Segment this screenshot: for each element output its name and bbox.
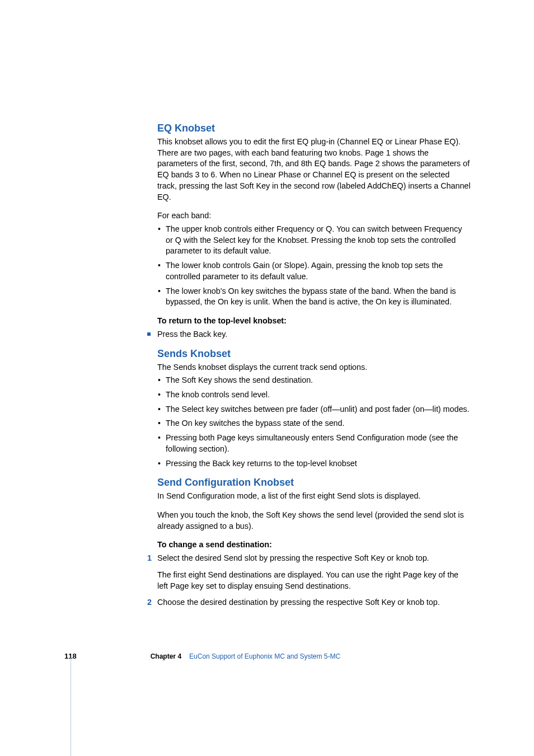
list-item: The upper knob controls either Frequency… <box>157 224 471 257</box>
step-number: 2 <box>147 597 152 608</box>
list-item: Pressing the Back key returns to the top… <box>157 458 471 469</box>
paragraph: In Send Configuration mode, a list of th… <box>157 491 471 502</box>
paragraph: The first eight Send destinations are di… <box>157 570 471 591</box>
heading-send-config-knobset: Send Configuration Knobset <box>157 477 471 489</box>
chapter-title: EuCon Support of Euphonix MC and System … <box>189 652 340 660</box>
step-number: 1 <box>147 553 152 564</box>
bullet-list: The Soft Key shows the send destination.… <box>157 375 471 469</box>
page-footer: 118 Chapter 4 EuCon Support of Euphonix … <box>64 652 467 660</box>
bullet-list: The upper knob controls either Frequency… <box>157 224 471 308</box>
step-text: Choose the desired destination by pressi… <box>157 598 440 607</box>
numbered-step: 2 Choose the desired destination by pres… <box>147 597 471 608</box>
square-bullet-icon <box>147 332 151 336</box>
list-item: The lower knob controls Gain (or Slope).… <box>157 260 471 282</box>
list-item: The knob controls send level. <box>157 389 471 401</box>
list-item: The lower knob's On key switches the byp… <box>157 286 471 308</box>
decorative-side-line <box>71 658 71 756</box>
list-item: The Select key switches between pre fade… <box>157 404 471 415</box>
paragraph: When you touch the knob, the Soft Key sh… <box>157 510 471 532</box>
list-item-text: Press the Back key. <box>157 330 227 339</box>
paragraph: For each band: <box>157 210 471 222</box>
paragraph: This knobset allows you to edit the firs… <box>157 137 471 203</box>
bold-label: To change a send destination: <box>157 539 471 551</box>
square-bullet-item: Press the Back key. <box>148 329 471 340</box>
heading-sends-knobset: Sends Knobset <box>157 348 471 360</box>
heading-eq-knobset: EQ Knobset <box>157 123 471 134</box>
list-item: The On key switches the bypass state of … <box>157 418 471 429</box>
numbered-step: 1 Select the desired Send slot by pressi… <box>147 553 471 564</box>
step-text: Select the desired Send slot by pressing… <box>157 553 429 562</box>
paragraph: The Sends knobset displays the current t… <box>157 362 471 373</box>
bold-label: To return to the top-level knobset: <box>157 316 471 327</box>
chapter-label: Chapter 4 <box>151 652 181 660</box>
page-content: EQ Knobset This knobset allows you to ed… <box>157 116 471 614</box>
list-item: The Soft Key shows the send destination. <box>157 375 471 386</box>
list-item: Pressing both Page keys simultaneously e… <box>157 433 471 454</box>
